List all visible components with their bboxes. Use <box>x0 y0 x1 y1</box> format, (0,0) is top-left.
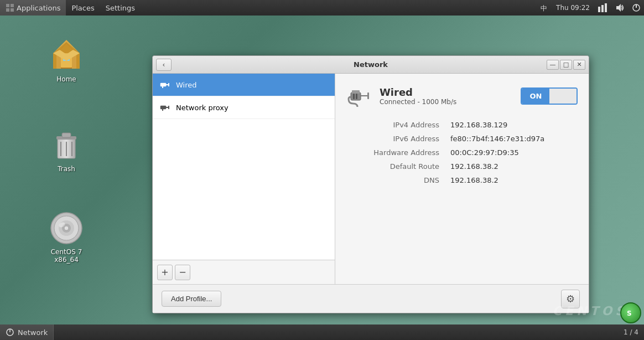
desktop-icon-trash[interactable]: Trash <box>44 127 89 173</box>
wired-icon <box>159 79 170 90</box>
window-content: Wired Network proxy <box>153 74 589 284</box>
svg-rect-3 <box>11 8 14 12</box>
app-circle-icon[interactable]: S <box>620 302 641 323</box>
connection-status: Connected - 1000 Mb/s <box>380 98 514 106</box>
minimize-button[interactable]: — <box>547 60 559 70</box>
nav-item-network-proxy[interactable]: Network proxy <box>153 96 335 119</box>
table-row: IPv6 Address fe80::7b4f:146:7e31:d97a <box>346 132 578 146</box>
detail-value: 00:0C:29:97:D9:35 <box>446 146 578 159</box>
remove-button[interactable]: − <box>175 265 190 280</box>
add-button[interactable]: + <box>157 265 173 280</box>
centos-watermark: CENTOS <box>553 304 627 318</box>
detail-label: IPv4 Address <box>346 118 446 132</box>
svg-rect-5 <box>598 7 600 12</box>
tray-power-icon[interactable] <box>629 0 644 16</box>
toggle-on-label: ON <box>522 89 549 104</box>
window-titlebar: ‹ Network — □ ✕ <box>153 56 589 74</box>
detail-label: Default Route <box>346 159 446 173</box>
tray-area: 中 Thu 09:22 <box>536 0 644 16</box>
details-table: IPv4 Address 192.168.38.129 IPv6 Address… <box>346 118 578 187</box>
menu-settings[interactable]: Settings <box>100 0 141 16</box>
detail-value: 192.168.38.2 <box>446 173 578 187</box>
detail-label: Hardware Address <box>346 146 446 159</box>
desktop-icon-home[interactable]: Home <box>44 38 89 83</box>
menu-places[interactable]: Places <box>66 0 100 16</box>
nav-item-wired[interactable]: Wired <box>153 74 335 96</box>
detail-value: 192.168.38.2 <box>446 159 578 173</box>
svg-rect-34 <box>160 83 166 86</box>
svg-rect-45 <box>367 92 369 99</box>
toggle-switch[interactable]: ON <box>521 87 578 105</box>
connection-name: Wired <box>380 86 514 98</box>
svg-rect-1 <box>11 4 14 7</box>
desktop-icon-centos[interactable]: CentOS 7 x86_64 <box>44 210 89 264</box>
maximize-button[interactable]: □ <box>560 60 572 70</box>
svg-text:中: 中 <box>541 4 547 12</box>
detail-value: fe80::7b4f:146:7e31:d97a <box>446 132 578 146</box>
window-controls: — □ ✕ <box>547 60 585 70</box>
svg-rect-7 <box>605 3 607 12</box>
svg-point-30 <box>64 226 69 230</box>
tray-volume-icon[interactable] <box>612 0 627 16</box>
svg-rect-44 <box>361 95 368 96</box>
left-panel: Wired Network proxy <box>153 74 335 284</box>
taskbar-pager: 1 / 4 <box>618 328 644 336</box>
window-title: Network <box>354 60 388 69</box>
left-panel-footer: + − <box>153 260 335 284</box>
svg-rect-0 <box>6 4 9 7</box>
detail-label: IPv6 Address <box>346 132 446 146</box>
back-button[interactable]: ‹ <box>156 59 172 71</box>
table-row: Default Route 192.168.38.2 <box>346 159 578 173</box>
tray-network-icon[interactable] <box>594 0 611 16</box>
toggle-off-area <box>549 89 577 104</box>
top-menu: Applications Places Settings <box>0 0 141 16</box>
ethernet-icon <box>346 83 373 109</box>
connection-header: Wired Connected - 1000 Mb/s ON <box>346 83 578 109</box>
svg-rect-43 <box>352 90 360 94</box>
tray-datetime[interactable]: Thu 09:22 <box>553 0 593 16</box>
close-button[interactable]: ✕ <box>573 60 585 70</box>
table-row: Hardware Address 00:0C:29:97:D9:35 <box>346 146 578 159</box>
svg-rect-21 <box>62 133 71 137</box>
right-panel: Wired Connected - 1000 Mb/s ON IPv4 Addr… <box>335 74 589 284</box>
taskbar-network-item[interactable]: Network <box>0 324 54 340</box>
table-row: IPv4 Address 192.168.38.129 <box>346 118 578 132</box>
connection-info: Wired Connected - 1000 Mb/s <box>380 86 514 106</box>
detail-value: 192.168.38.129 <box>446 118 578 132</box>
taskbar-bottom: Network 1 / 4 <box>0 324 644 340</box>
svg-rect-2 <box>6 8 9 12</box>
table-row: DNS 192.168.38.2 <box>346 173 578 187</box>
svg-rect-46 <box>353 94 355 99</box>
svg-rect-47 <box>356 94 357 99</box>
svg-marker-8 <box>616 4 621 12</box>
taskbar-top: Applications Places Settings 中 Thu 09:22 <box>0 0 644 16</box>
svg-rect-6 <box>601 5 604 12</box>
tray-ime[interactable]: 中 <box>536 0 552 16</box>
window-footer: Add Profile... ⚙ <box>153 284 589 313</box>
network-window: ‹ Network — □ ✕ <box>152 55 589 313</box>
add-profile-button[interactable]: Add Profile... <box>162 291 221 307</box>
nav-list: Wired Network proxy <box>153 74 335 260</box>
svg-rect-38 <box>160 106 166 109</box>
taskbar-bottom-left: Network <box>0 324 54 340</box>
svg-text:S: S <box>627 310 632 317</box>
proxy-icon <box>159 102 170 113</box>
detail-label: DNS <box>346 173 446 187</box>
menu-applications[interactable]: Applications <box>0 0 66 16</box>
